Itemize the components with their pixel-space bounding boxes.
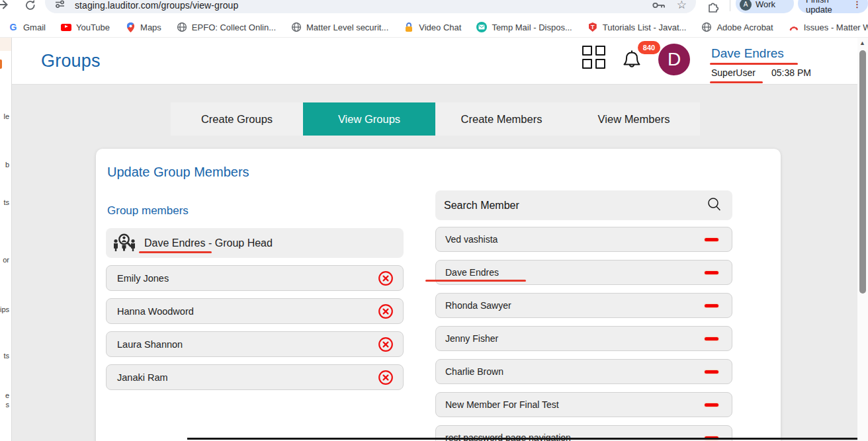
reload-icon[interactable] [24,0,37,15]
forward-icon[interactable] [0,0,10,15]
underline-dave-endres-result [425,280,526,282]
bookmark-maps[interactable]: Maps [125,22,161,32]
group-head-item: Dave Endres - Group Head [106,228,404,258]
search-member-field[interactable]: Search Member [435,190,732,220]
bookmark-video-chat[interactable]: Video Chat [404,22,461,32]
remove-member-icon[interactable] [378,303,394,319]
notification-count-badge: 840 [638,41,660,54]
notifications-button[interactable]: 840 [621,44,660,79]
tab-bar: Create Groups View Groups Create Members… [171,102,700,136]
truncated-label: ts [3,198,9,206]
password-key-icon[interactable] [652,0,666,11]
search-result-row: New Member For Final Test [435,392,732,417]
bottom-dark-line [187,438,868,440]
group-head-label: Dave Endres - Group Head [144,237,273,249]
remove-result-icon[interactable] [705,370,718,374]
truncated-label: le [3,112,9,120]
group-head-icon [112,232,136,255]
orange-tick [0,60,2,69]
browser-profile-button[interactable]: A Work [736,0,794,13]
underline-user-role [710,81,763,83]
bookmark-temp-mail[interactable]: Temp Mail - Dispos... [476,22,572,32]
url-text[interactable]: staging.lauditor.com/groups/view-group [75,0,641,11]
tab-create-members[interactable]: Create Members [435,102,568,136]
truncated-label: s [6,401,10,409]
tab-view-groups[interactable]: View Groups [303,102,435,136]
bookmark-youtube[interactable]: YouTube [61,22,110,32]
youtube-icon [61,22,71,32]
remove-result-icon[interactable] [705,271,718,274]
member-row: Laura Shannon [106,331,404,357]
browser-menu-icon[interactable]: ⋮ [853,1,861,8]
remove-result-icon[interactable] [705,304,718,307]
card-title: Update Group Members [107,165,249,180]
apps-grid-icon[interactable] [582,46,605,69]
profile-label: Work [756,0,775,9]
search-result-row: Jenny Fisher [435,326,732,351]
search-icon[interactable] [707,197,722,214]
toolbar-separator [730,0,730,11]
address-bar[interactable]: staging.lauditor.com/groups/view-group ☆ [45,0,696,13]
underline-group-head [139,251,212,253]
bookmarks-bar: G Gmail YouTube Maps EPFO: Collect Onlin… [0,17,868,38]
remove-result-icon[interactable] [705,238,718,241]
javatpoint-shield-icon: T [587,22,598,32]
search-result-row: Charlie Brown [435,359,732,384]
bookmark-tutorials[interactable]: T Tutorials List - Javat... [587,22,687,32]
maps-pin-icon [125,22,136,32]
bookmark-issues[interactable]: Issues - Matter Web... [789,22,868,32]
globe-icon [291,22,302,32]
globe-icon [177,22,187,32]
remove-result-icon[interactable] [705,337,718,341]
underline-user-name [710,63,798,65]
user-role: SuperUser [711,67,756,78]
bookmark-gmail[interactable]: G Gmail [8,22,46,32]
header-time: 05:38 PM [771,67,811,78]
globe-icon [701,22,712,32]
truncated-label: ips [0,305,9,313]
lock-icon [404,22,414,32]
tab-create-groups[interactable]: Create Groups [171,102,303,136]
search-member-label: Search Member [444,200,707,212]
truncated-label: e [5,391,9,399]
group-members-heading: Group members [107,204,189,218]
site-settings-icon[interactable] [54,0,65,12]
gmail-icon: G [8,22,19,32]
truncated-label: or [3,256,9,264]
user-name[interactable]: Dave Endres [711,46,784,61]
user-avatar[interactable]: D [658,44,690,75]
finish-update-label: Finish update [806,0,849,15]
bookmark-epfo[interactable]: EPFO: Collect Onlin... [177,22,276,32]
page-scrollbar[interactable]: ▲ [857,38,868,441]
browser-toolbar: staging.lauditor.com/groups/view-group ☆… [0,0,868,17]
temp-mail-icon [476,22,487,32]
profile-avatar: A [740,0,752,11]
finish-update-button[interactable]: Finish update ⋮ [798,0,868,13]
screen: staging.lauditor.com/groups/view-group ☆… [0,0,868,441]
truncated-label: ts [3,352,9,360]
bookmark-adobe[interactable]: Adobe Acrobat [701,22,773,32]
red-arc-icon [789,22,799,32]
remove-member-icon[interactable] [378,270,394,286]
tab-view-members[interactable]: View Members [568,102,700,136]
remove-member-icon[interactable] [378,337,394,352]
app-header: Groups 840 D Dave Endres SuperUser 05:38… [12,38,857,85]
update-group-members-card: Update Group Members Group members Dave … [96,149,781,441]
left-window-edge: le b ts or ips ts e s [0,38,12,441]
scrollbar-thumb[interactable] [859,50,866,294]
scrollbar-up-icon[interactable]: ▲ [859,40,865,46]
remove-member-icon[interactable] [378,370,394,385]
member-row: Hanna Woodword [106,298,404,324]
member-row: Emily Jones [106,265,404,291]
bookmark-star-icon[interactable]: ☆ [677,1,687,10]
search-result-row: Ved vashista [435,227,732,252]
bookmark-matter-level[interactable]: Matter Level securit... [291,22,388,32]
extensions-icon[interactable] [707,0,720,16]
page-title: Groups [41,51,101,71]
search-result-row: Rhonda Sawyer [435,293,732,318]
member-row: Janaki Ram [106,364,404,390]
truncated-label: b [5,161,9,169]
remove-result-icon[interactable] [705,403,718,407]
